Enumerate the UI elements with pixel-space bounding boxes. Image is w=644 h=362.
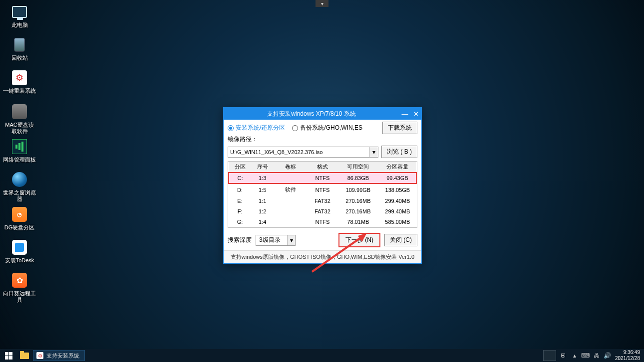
- dialog-titlebar[interactable]: 支持安装windows XP/7/8/10 系统 — ✕: [224, 108, 421, 120]
- table-cell: 270.16MB: [337, 206, 379, 217]
- sunflower-icon: ✿: [12, 273, 27, 288]
- table-row[interactable]: D:1:5软件NTFS109.99GB138.05GB: [229, 183, 416, 196]
- download-system-button[interactable]: 下载系统: [382, 122, 417, 134]
- table-cell: E:: [229, 196, 251, 206]
- dialog-footer-note: 支持windows原版镜像，GHOST ISO镜像，GHO,WIM,ESD镜像安…: [224, 250, 421, 263]
- table-cell: 软件: [274, 183, 308, 196]
- taskbar: ⚙ 支持安装系统 ⛨ ▴ ⌨ 🖧 🔊 9:36:49 2021/12/28: [0, 349, 644, 362]
- table-cell: 585.00MB: [379, 217, 416, 227]
- radio-backup[interactable]: 备份系统/GHO,WIN,ES: [292, 124, 362, 132]
- radio-dot-icon: [292, 125, 298, 131]
- image-path-label: 镜像路径：: [228, 135, 417, 144]
- col-sequence: 序号: [251, 162, 274, 173]
- desktop-icon-install-todesk[interactable]: 安装ToDesk: [3, 239, 36, 264]
- table-cell: 299.40MB: [379, 206, 416, 217]
- close-dialog-button[interactable]: 关闭 (C): [384, 234, 417, 246]
- dropdown-arrow-icon[interactable]: ▾: [369, 147, 378, 158]
- desktop-icon-label: 此电脑: [3, 22, 36, 28]
- dg-disk-icon: ◔: [12, 207, 27, 222]
- desktop-icon-world-browser[interactable]: 世界之窗浏览 器: [3, 172, 36, 202]
- apple-icon: [12, 104, 27, 119]
- app-icon: ⚙: [36, 352, 43, 359]
- desktop-icon-mac-disk-reader[interactable]: MAC硬盘读 取软件: [3, 104, 36, 135]
- desktop-icon-label: MAC硬盘读 取软件: [3, 122, 36, 135]
- radio-install-restore[interactable]: 安装系统/还原分区: [228, 124, 285, 132]
- table-cell: [274, 217, 308, 227]
- system-tray: ⛨ ▴ ⌨ 🖧 🔊 9:36:49 2021/12/28: [540, 350, 644, 362]
- close-button[interactable]: ✕: [410, 109, 421, 119]
- partition-table: 分区 序号 卷标 格式 可用空间 分区容量 C:1:3NTFS86.83GB99…: [228, 161, 417, 228]
- minimize-button[interactable]: —: [399, 109, 410, 119]
- globe-icon: [12, 172, 27, 187]
- taskbar-file-explorer[interactable]: [17, 349, 32, 362]
- tray-network-icon[interactable]: 🖧: [593, 352, 600, 359]
- desktop-icon-one-key-install[interactable]: ⚙ 一键重装系统: [3, 70, 36, 94]
- recycle-bin-icon: [14, 38, 25, 52]
- taskbar-clock[interactable]: 9:36:49 2021/12/28: [615, 350, 640, 362]
- table-row[interactable]: F:1:2FAT32270.16MB299.40MB: [229, 206, 416, 217]
- clock-date: 2021/12/28: [615, 356, 640, 362]
- table-cell: NTFS: [308, 183, 337, 196]
- desktop-icon-label: DG硬盘分区: [3, 224, 36, 231]
- desktop-icon-this-pc[interactable]: 此电脑: [3, 4, 36, 28]
- desktop-icon-label: 网络管理面板: [3, 157, 36, 163]
- tray-box-icon[interactable]: [543, 350, 556, 361]
- table-cell: 270.16MB: [337, 196, 379, 206]
- image-path-combo[interactable]: U:\G_WIN11_X64_Q8_V2022.376.iso ▾: [228, 147, 378, 158]
- table-row[interactable]: C:1:3NTFS86.83GB99.43GB: [229, 173, 416, 183]
- tray-expand-icon[interactable]: ▴: [571, 352, 578, 359]
- todesk-icon: [12, 240, 27, 255]
- dropdown-arrow-icon[interactable]: ▾: [287, 235, 295, 245]
- tray-volume-icon[interactable]: 🔊: [604, 352, 611, 359]
- start-button[interactable]: [0, 349, 17, 362]
- table-cell: 1:5: [251, 183, 274, 196]
- table-cell: D:: [229, 183, 251, 196]
- desktop-icon-recycle-bin[interactable]: 回收站: [3, 37, 36, 61]
- radio-dot-icon: [228, 125, 234, 131]
- table-cell: FAT32: [308, 196, 337, 206]
- col-capacity: 分区容量: [379, 162, 416, 173]
- table-cell: F:: [229, 206, 251, 217]
- desktop: 此电脑 回收站 ⚙ 一键重装系统 MAC硬盘读 取软件 网络管理面板 世界之窗浏…: [0, 0, 644, 349]
- gear-icon: ⚙: [12, 70, 27, 85]
- image-path-value[interactable]: U:\G_WIN11_X64_Q8_V2022.376.iso: [228, 147, 369, 158]
- table-cell: 1:3: [251, 173, 274, 183]
- taskbar-running-installer[interactable]: ⚙ 支持安装系统: [33, 350, 85, 361]
- computer-icon: [12, 6, 27, 18]
- tray-shield-icon[interactable]: ⛨: [560, 352, 567, 359]
- col-partition: 分区: [229, 162, 251, 173]
- table-cell: NTFS: [308, 173, 337, 183]
- radio-label: 安装系统/还原分区: [236, 124, 285, 132]
- browse-button[interactable]: 浏览 ( B ): [381, 146, 417, 158]
- dialog-title: 支持安装windows XP/7/8/10 系统: [224, 110, 399, 118]
- search-depth-label: 搜索深度: [228, 236, 252, 244]
- desktop-icon-label: 向日葵远程工 具: [3, 290, 36, 303]
- table-cell: 299.40MB: [379, 196, 416, 206]
- clock-time: 9:36:49: [615, 350, 640, 356]
- desktop-icon-label: 一键重装系统: [3, 88, 36, 94]
- col-format: 格式: [308, 162, 337, 173]
- desktop-icon-label: 世界之窗浏览 器: [3, 189, 36, 202]
- taskbar-app-label: 支持安装系统: [46, 352, 79, 360]
- table-cell: 78.01MB: [337, 217, 379, 227]
- table-row[interactable]: E:1:1FAT32270.16MB299.40MB: [229, 196, 416, 206]
- table-cell: 1:1: [251, 196, 274, 206]
- table-cell: [274, 196, 308, 206]
- table-cell: G:: [229, 217, 251, 227]
- desktop-icon-sunflower-remote[interactable]: ✿ 向日葵远程工 具: [3, 272, 36, 303]
- table-cell: 99.43GB: [379, 173, 416, 183]
- tray-keyboard-icon[interactable]: ⌨: [582, 352, 589, 359]
- network-panel-icon: [12, 139, 27, 154]
- search-depth-select[interactable]: 3级目录 ▾: [256, 235, 296, 246]
- table-cell: [274, 206, 308, 217]
- table-cell: C:: [229, 173, 251, 183]
- table-cell: 109.99GB: [337, 183, 379, 196]
- next-step-button[interactable]: 下一步 (N): [338, 233, 380, 247]
- desktop-icon-network-panel[interactable]: 网络管理面板: [3, 139, 36, 163]
- table-cell: 1:2: [251, 206, 274, 217]
- table-cell: 138.05GB: [379, 183, 416, 196]
- folder-icon: [20, 353, 29, 359]
- table-row[interactable]: G:1:4NTFS78.01MB585.00MB: [229, 217, 416, 227]
- col-volume: 卷标: [274, 162, 308, 173]
- desktop-icon-dg-partition[interactable]: ◔ DG硬盘分区: [3, 206, 36, 231]
